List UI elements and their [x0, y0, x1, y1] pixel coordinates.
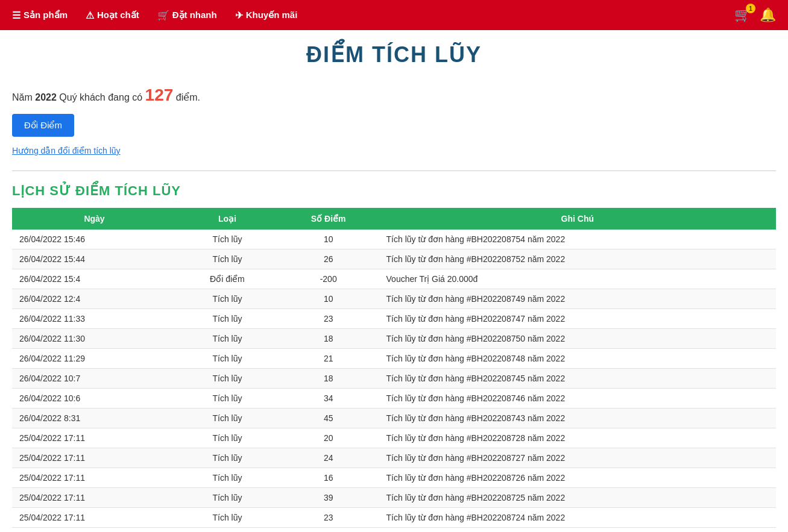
table-row: 25/04/2022 17:11 Tích lũy 20 Tích lũy từ…: [12, 428, 776, 448]
summary-suffix: điểm.: [176, 92, 200, 102]
cell-type: Tích lũy: [177, 408, 278, 428]
cell-date: 25/04/2022 17:11: [12, 428, 177, 448]
cell-type: Tích lũy: [177, 249, 278, 269]
cell-type: Tích lũy: [177, 230, 278, 249]
table-row: 25/04/2022 17:11 Tích lũy 16 Tích lũy từ…: [12, 468, 776, 488]
table-row: 26/04/2022 11:30 Tích lũy 18 Tích lũy từ…: [12, 329, 776, 349]
nav-label-san-pham: Sản phẩm: [24, 10, 68, 20]
table-row: 26/04/2022 12:4 Tích lũy 10 Tích lũy từ …: [12, 289, 776, 309]
cell-type: Tích lũy: [177, 488, 278, 508]
table-row: 26/04/2022 10:7 Tích lũy 18 Tích lũy từ …: [12, 369, 776, 389]
cell-note: Tích lũy từ đơn hàng #BH202208747 năm 20…: [379, 309, 776, 329]
cell-type: Tích lũy: [177, 289, 278, 309]
cell-date: 26/04/2022 8:31: [12, 408, 177, 428]
cell-date: 26/04/2022 15:46: [12, 230, 177, 249]
history-table: Ngày Loại Số Điểm Ghi Chú 26/04/2022 15:…: [12, 208, 776, 528]
nav-item-san-pham[interactable]: ☰ Sản phẩm: [12, 10, 68, 21]
cell-type: Tích lũy: [177, 448, 278, 468]
nav-item-hoat-chat[interactable]: ⚠ Hoạt chất: [86, 10, 139, 21]
table-row: 26/04/2022 11:33 Tích lũy 23 Tích lũy từ…: [12, 309, 776, 329]
cell-points: 45: [278, 408, 379, 428]
cell-note: Voucher Trị Giá 20.000đ: [379, 269, 776, 289]
cell-points: -200: [278, 269, 379, 289]
nav-label-hoat-chat: Hoạt chất: [97, 10, 139, 20]
cell-points: 23: [278, 508, 379, 528]
cell-date: 26/04/2022 15:44: [12, 249, 177, 269]
cell-points: 18: [278, 369, 379, 389]
cell-date: 25/04/2022 17:11: [12, 448, 177, 468]
table-row: 25/04/2022 17:11 Tích lũy 23 Tích lũy từ…: [12, 508, 776, 528]
cell-points: 39: [278, 488, 379, 508]
cell-date: 26/04/2022 10:7: [12, 369, 177, 389]
cell-note: Tích lũy từ đơn hàng #BH202208752 năm 20…: [379, 249, 776, 269]
cell-type: Đổi điểm: [177, 269, 278, 289]
cart-badge: 1: [746, 4, 755, 13]
nav-item-dat-nhanh[interactable]: 🛒 Đặt nhanh: [157, 10, 217, 21]
cell-note: Tích lũy từ đơn hàng #BH202208727 năm 20…: [379, 448, 776, 468]
main-content: ĐIỂM TÍCH LŨY Năm 2022 Quý khách đang có…: [0, 30, 788, 532]
cell-type: Tích lũy: [177, 349, 278, 369]
table-row: 26/04/2022 15:44 Tích lũy 26 Tích lũy từ…: [12, 249, 776, 269]
cell-note: Tích lũy từ đơn hàng #BH202208726 năm 20…: [379, 468, 776, 488]
cell-date: 26/04/2022 12:4: [12, 289, 177, 309]
table-row: 26/04/2022 15:4 Đổi điểm -200 Voucher Tr…: [12, 269, 776, 289]
cell-note: Tích lũy từ đơn hàng #BH202208745 năm 20…: [379, 369, 776, 389]
cell-date: 26/04/2022 11:33: [12, 309, 177, 329]
col-header-note: Ghi Chú: [379, 208, 776, 230]
cell-note: Tích lũy từ đơn hàng #BH202208748 năm 20…: [379, 349, 776, 369]
cell-points: 34: [278, 389, 379, 408]
cart-nav-icon: 🛒: [157, 10, 169, 21]
cell-type: Tích lũy: [177, 329, 278, 349]
alert-icon: ⚠: [86, 10, 94, 21]
cell-points: 23: [278, 309, 379, 329]
cell-note: Tích lũy từ đơn hàng #BH202208754 năm 20…: [379, 230, 776, 249]
cell-date: 26/04/2022 11:30: [12, 329, 177, 349]
cell-note: Tích lũy từ đơn hàng #BH202208743 năm 20…: [379, 408, 776, 428]
points-number: 127: [145, 86, 174, 104]
nav-label-dat-nhanh: Đặt nhanh: [172, 10, 217, 20]
cell-note: Tích lũy từ đơn hàng #BH202208746 năm 20…: [379, 389, 776, 408]
cell-points: 10: [278, 289, 379, 309]
summary-prefix: Năm: [12, 92, 33, 102]
nav-left: ☰ Sản phẩm ⚠ Hoạt chất 🛒 Đặt nhanh ✈ Khu…: [12, 10, 297, 21]
guide-link[interactable]: Hướng dẫn đổi điểm tích lũy: [12, 146, 121, 155]
cart-button[interactable]: 🛒 1: [734, 7, 751, 23]
cell-points: 18: [278, 329, 379, 349]
page-title: ĐIỂM TÍCH LŨY: [12, 42, 776, 67]
table-row: 26/04/2022 8:31 Tích lũy 45 Tích lũy từ …: [12, 408, 776, 428]
table-row: 26/04/2022 10:6 Tích lũy 34 Tích lũy từ …: [12, 389, 776, 408]
cell-points: 20: [278, 428, 379, 448]
cell-type: Tích lũy: [177, 369, 278, 389]
nav-right: 🛒 1 🔔: [734, 7, 776, 23]
cell-date: 25/04/2022 17:11: [12, 488, 177, 508]
cell-date: 26/04/2022 15:4: [12, 269, 177, 289]
cell-type: Tích lũy: [177, 508, 278, 528]
cell-type: Tích lũy: [177, 309, 278, 329]
nav-label-khuyen-mai: Khuyến mãi: [246, 10, 298, 20]
exchange-button[interactable]: Đổi Điểm: [12, 114, 74, 137]
table-row: 26/04/2022 11:29 Tích lũy 21 Tích lũy từ…: [12, 349, 776, 369]
cell-note: Tích lũy từ đơn hàng #BH202208724 năm 20…: [379, 508, 776, 528]
nav-bar: ☰ Sản phẩm ⚠ Hoạt chất 🛒 Đặt nhanh ✈ Khu…: [0, 0, 788, 30]
cell-points: 21: [278, 349, 379, 369]
points-summary: Năm 2022 Quý khách đang có 127 điểm.: [12, 86, 776, 105]
nav-item-khuyen-mai[interactable]: ✈ Khuyến mãi: [235, 10, 298, 21]
cell-type: Tích lũy: [177, 428, 278, 448]
col-header-type: Loại: [177, 208, 278, 230]
col-header-points: Số Điểm: [278, 208, 379, 230]
table-row: 26/04/2022 15:46 Tích lũy 10 Tích lũy từ…: [12, 230, 776, 249]
col-header-date: Ngày: [12, 208, 177, 230]
cell-date: 26/04/2022 10:6: [12, 389, 177, 408]
divider: [12, 171, 776, 171]
cell-points: 16: [278, 468, 379, 488]
table-row: 25/04/2022 17:11 Tích lũy 24 Tích lũy từ…: [12, 448, 776, 468]
notification-bell-icon[interactable]: 🔔: [760, 7, 776, 23]
section-title: LỊCH SỬ ĐIỂM TÍCH LŨY: [12, 183, 776, 199]
promo-icon: ✈: [235, 10, 243, 21]
table-body: 26/04/2022 15:46 Tích lũy 10 Tích lũy từ…: [12, 230, 776, 528]
cell-date: 25/04/2022 17:11: [12, 508, 177, 528]
table-row: 25/04/2022 17:11 Tích lũy 39 Tích lũy từ…: [12, 488, 776, 508]
cell-date: 25/04/2022 17:11: [12, 468, 177, 488]
cell-date: 26/04/2022 11:29: [12, 349, 177, 369]
summary-year: 2022: [35, 92, 57, 102]
